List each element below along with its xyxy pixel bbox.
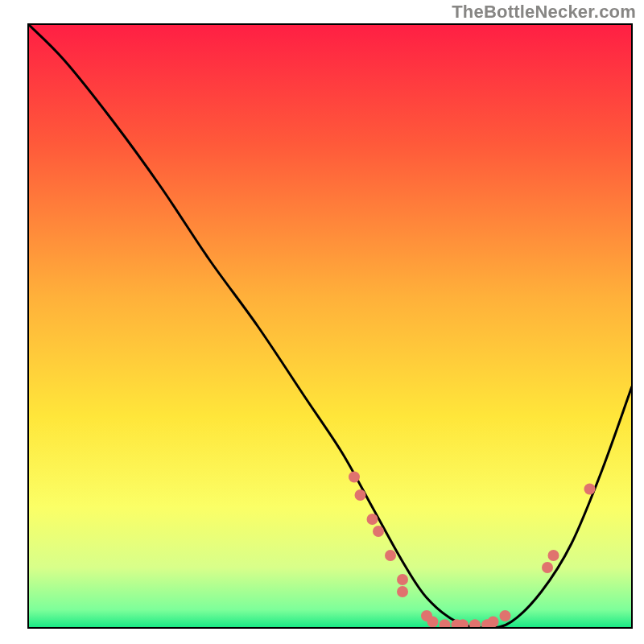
chart-frame: TheBottleNecker.com (0, 0, 644, 644)
data-point (349, 472, 360, 483)
gradient-background (28, 24, 632, 628)
data-point (584, 484, 596, 495)
data-point (488, 617, 499, 628)
data-point (542, 562, 553, 573)
data-point (469, 619, 481, 630)
data-point (397, 574, 408, 585)
data-point (373, 526, 384, 537)
data-point (427, 617, 439, 628)
bottleneck-chart (0, 0, 644, 644)
data-point (355, 489, 366, 501)
data-point (500, 610, 511, 621)
data-point (440, 619, 451, 630)
data-point (397, 586, 408, 597)
data-point (548, 550, 559, 561)
data-point (457, 619, 469, 630)
data-point (385, 550, 396, 561)
data-point (367, 514, 378, 525)
